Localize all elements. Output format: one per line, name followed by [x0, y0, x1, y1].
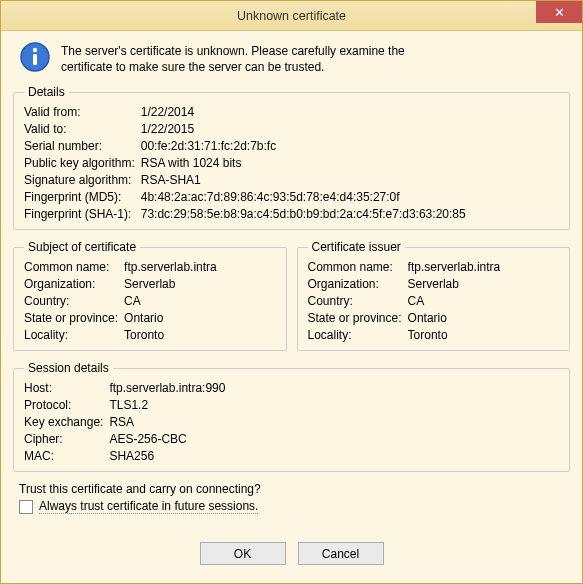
cipher-label: Cipher:: [24, 432, 103, 446]
always-trust-label[interactable]: Always trust certificate in future sessi…: [39, 499, 258, 514]
valid-from-label: Valid from:: [24, 105, 135, 119]
valid-to-value: 1/22/2015: [141, 122, 559, 136]
ok-button[interactable]: OK: [200, 542, 286, 565]
issuer-cn-label: Common name:: [308, 260, 402, 274]
issuer-group: Certificate issuer Common name: ftp.serv…: [297, 240, 571, 351]
serial-value: 00:fe:2d:31:71:fc:2d:7b:fc: [141, 139, 559, 153]
session-group: Session details Host: ftp.serverlab.intr…: [13, 361, 570, 472]
dialog-window: Unknown certificate ✕ The server's certi…: [0, 0, 583, 584]
trust-checkbox-row: Always trust certificate in future sessi…: [19, 499, 570, 514]
details-legend: Details: [24, 85, 69, 99]
issuer-country-label: Country:: [308, 294, 402, 308]
pubkey-label: Public key algorithm:: [24, 156, 135, 170]
trust-question: Trust this certificate and carry on conn…: [19, 482, 570, 496]
mac-label: MAC:: [24, 449, 103, 463]
subject-legend: Subject of certificate: [24, 240, 140, 254]
button-row: OK Cancel: [13, 542, 570, 565]
issuer-locality-value: Toronto: [408, 328, 559, 342]
subject-cn-label: Common name:: [24, 260, 118, 274]
close-icon: ✕: [554, 6, 565, 19]
always-trust-checkbox[interactable]: [19, 500, 33, 514]
info-icon: [19, 41, 51, 73]
kex-label: Key exchange:: [24, 415, 103, 429]
issuer-country-value: CA: [408, 294, 559, 308]
protocol-label: Protocol:: [24, 398, 103, 412]
subject-state-label: State or province:: [24, 311, 118, 325]
message-row: The server's certificate is unknown. Ple…: [13, 41, 570, 75]
subject-country-label: Country:: [24, 294, 118, 308]
serial-label: Serial number:: [24, 139, 135, 153]
subject-cn-value: ftp.serverlab.intra: [124, 260, 275, 274]
sig-value: RSA-SHA1: [141, 173, 559, 187]
subject-org-value: Serverlab: [124, 277, 275, 291]
titlebar: Unknown certificate ✕: [1, 1, 582, 31]
pubkey-value: RSA with 1024 bits: [141, 156, 559, 170]
svg-rect-2: [33, 54, 37, 65]
valid-from-value: 1/22/2014: [141, 105, 559, 119]
fp-md5-label: Fingerprint (MD5):: [24, 190, 135, 204]
host-value: ftp.serverlab.intra:990: [109, 381, 559, 395]
kex-value: RSA: [109, 415, 559, 429]
svg-point-1: [33, 48, 37, 52]
subject-locality-value: Toronto: [124, 328, 275, 342]
details-group: Details Valid from: 1/22/2014 Valid to: …: [13, 85, 570, 230]
protocol-value: TLS1.2: [109, 398, 559, 412]
subject-org-label: Organization:: [24, 277, 118, 291]
close-button[interactable]: ✕: [536, 1, 582, 23]
issuer-state-label: State or province:: [308, 311, 402, 325]
fp-sha1-label: Fingerprint (SHA-1):: [24, 207, 135, 221]
valid-to-label: Valid to:: [24, 122, 135, 136]
window-title: Unknown certificate: [1, 9, 582, 23]
issuer-locality-label: Locality:: [308, 328, 402, 342]
message-line1: The server's certificate is unknown. Ple…: [61, 43, 405, 59]
sig-label: Signature algorithm:: [24, 173, 135, 187]
mac-value: SHA256: [109, 449, 559, 463]
fp-sha1-value: 73:dc:29:58:5e:b8:9a:c4:5d:b0:b9:bd:2a:c…: [141, 207, 559, 221]
subject-issuer-row: Subject of certificate Common name: ftp.…: [13, 236, 570, 357]
issuer-legend: Certificate issuer: [308, 240, 405, 254]
issuer-org-value: Serverlab: [408, 277, 559, 291]
fp-md5-value: 4b:48:2a:ac:7d:89:86:4c:93:5d:78:e4:d4:3…: [141, 190, 559, 204]
cancel-button[interactable]: Cancel: [298, 542, 384, 565]
issuer-cn-value: ftp.serverlab.intra: [408, 260, 559, 274]
issuer-state-value: Ontario: [408, 311, 559, 325]
content-area: The server's certificate is unknown. Ple…: [1, 31, 582, 583]
subject-group: Subject of certificate Common name: ftp.…: [13, 240, 287, 351]
subject-locality-label: Locality:: [24, 328, 118, 342]
host-label: Host:: [24, 381, 103, 395]
issuer-org-label: Organization:: [308, 277, 402, 291]
subject-country-value: CA: [124, 294, 275, 308]
message-text: The server's certificate is unknown. Ple…: [61, 41, 405, 75]
session-legend: Session details: [24, 361, 113, 375]
cipher-value: AES-256-CBC: [109, 432, 559, 446]
message-line2: certificate to make sure the server can …: [61, 59, 405, 75]
subject-state-value: Ontario: [124, 311, 275, 325]
